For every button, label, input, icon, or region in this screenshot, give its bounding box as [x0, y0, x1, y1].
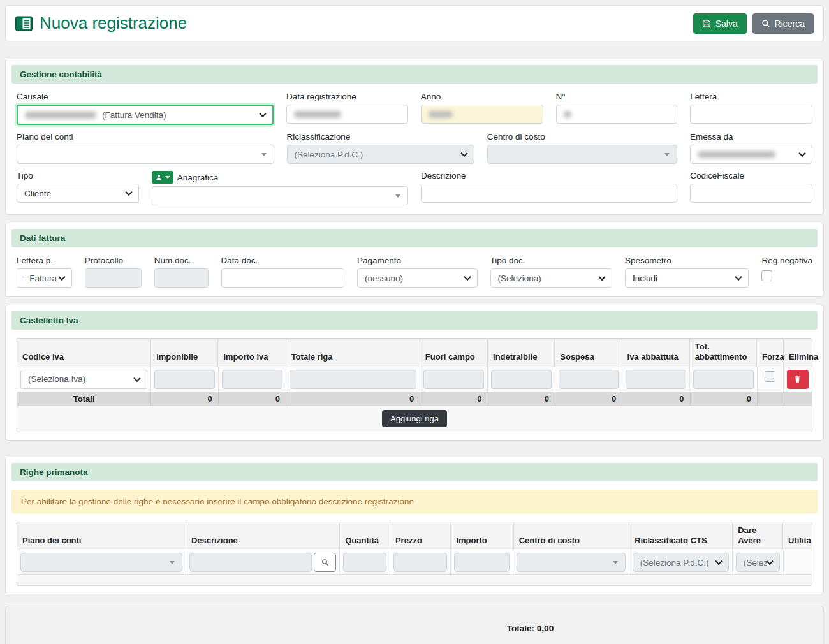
numdoc-label: Num.doc. — [154, 256, 209, 265]
page-title: Nuova registrazione — [40, 13, 187, 33]
regnegativa-label: Reg.negativa — [761, 256, 812, 265]
righe-search-button[interactable] — [314, 553, 336, 572]
journal-icon — [15, 16, 33, 31]
delete-row-button[interactable] — [787, 370, 809, 389]
total-tot-abbattimento: 0 — [691, 392, 758, 406]
righe-importo-input — [454, 553, 510, 572]
person-icon — [155, 173, 163, 181]
tipodoc-select[interactable]: (Seleziona) — [490, 268, 612, 288]
chevron-down-icon — [735, 274, 742, 281]
dropdown-caret-icon — [664, 153, 670, 156]
col-piano-dei-conti: Piano dei conti — [17, 522, 186, 551]
codicefiscale-input[interactable] — [690, 184, 812, 203]
data-registrazione-input[interactable] — [286, 105, 408, 124]
col-riclassificato-cts: Riclassificato CTS — [629, 522, 733, 551]
field-centro-di-costo: Centro di costo — [487, 132, 677, 164]
riclassificazione-select[interactable]: (Seleziona P.d.C.) — [287, 145, 474, 164]
col-forza: Forza — [757, 339, 784, 367]
col-centro-di-costo: Centro di costo — [514, 522, 630, 551]
save-button[interactable]: Salva — [693, 13, 747, 34]
righe-dare-avere-select[interactable]: (Seleziona) — [736, 553, 780, 572]
anagrafica-label: Anagrafica — [177, 173, 219, 182]
riclassificazione-label: Riclassificazione — [287, 132, 474, 142]
forza-checkbox[interactable] — [765, 371, 775, 382]
castelletto-table: Codice iva Imponibile Importo iva Totale… — [17, 338, 812, 432]
righe-descrizione-input — [189, 553, 312, 572]
spesometro-select[interactable]: Includi — [625, 268, 749, 288]
anagrafica-menu-button[interactable] — [152, 171, 173, 184]
anagrafica-select[interactable] — [152, 186, 408, 205]
chevron-down-icon — [134, 374, 141, 381]
chevron-down-icon — [58, 274, 65, 281]
field-piano-dei-conti: Piano dei conti — [17, 132, 274, 164]
righe-riclassificato-select[interactable]: (Seleziona P.d.C.) — [633, 553, 729, 572]
fuori-campo-input — [423, 370, 484, 389]
field-numero: N° — [556, 92, 678, 125]
field-anagrafica: Anagrafica — [152, 171, 408, 205]
pagamento-select[interactable]: (nessuno) — [357, 268, 478, 288]
col-imponibile: Imponibile — [151, 339, 218, 367]
total-forza-empty — [758, 392, 784, 406]
descrizione-input[interactable] — [421, 184, 677, 203]
col-fuori-campo: Fuori campo — [420, 339, 488, 367]
total-sospesa: 0 — [555, 392, 622, 406]
field-tipo: Tipo Cliente — [17, 171, 139, 205]
chevron-down-icon — [125, 189, 132, 196]
toolbar: Salva Ricerca — [693, 13, 814, 34]
righe-quantita-input — [343, 553, 386, 572]
section-title-dati-fattura: Dati fattura — [11, 229, 818, 247]
col-utilita: Utilità — [783, 522, 812, 551]
field-descrizione: Descrizione — [421, 171, 677, 205]
col-dare-avere: Dare Avere — [733, 522, 783, 551]
castelletto-input-row: (Seleziona Iva) — [17, 367, 812, 392]
chevron-down-icon — [259, 110, 266, 117]
field-causale: Causale (Fattura Vendita) — [17, 92, 274, 125]
col-importo: Importo — [451, 522, 513, 551]
search-button[interactable]: Ricerca — [752, 13, 814, 34]
totale-value: Totale: 0,00 — [6, 624, 554, 633]
numero-label: N° — [556, 92, 678, 101]
total-imponibile: 0 — [151, 392, 218, 406]
lettera-p-select[interactable]: - Fattura — [17, 268, 72, 288]
col-prezzo: Prezzo — [390, 522, 451, 551]
redacted-value — [25, 112, 96, 119]
totale-panel: Totale: 0,00 — [5, 606, 824, 644]
piano-dei-conti-select[interactable] — [17, 145, 274, 164]
codice-iva-select[interactable]: (Seleziona Iva) — [20, 370, 147, 389]
col-quantita: Quantità — [340, 522, 390, 551]
lettera-p-label: Lettera p. — [17, 256, 72, 265]
emessa-da-label: Emessa da — [690, 132, 812, 142]
field-codicefiscale: CodiceFiscale — [690, 171, 812, 205]
save-button-label: Salva — [715, 18, 738, 29]
codice-iva-value: (Seleziona Iva) — [28, 374, 85, 384]
numero-input[interactable] — [556, 105, 678, 124]
total-totale-riga: 0 — [286, 392, 420, 406]
regnegativa-checkbox[interactable] — [761, 270, 772, 281]
totals-label: Totali — [17, 392, 151, 406]
emessa-da-select[interactable] — [690, 145, 812, 164]
tipodoc-label: Tipo doc. — [490, 256, 612, 265]
add-row-button[interactable]: Aggiungi riga — [382, 410, 447, 427]
centro-di-costo-select — [487, 145, 677, 164]
chevron-down-icon — [598, 274, 605, 281]
anno-input[interactable] — [421, 105, 543, 124]
redacted-value — [429, 111, 453, 118]
col-codice-iva: Codice iva — [17, 339, 151, 367]
tipo-select[interactable]: Cliente — [17, 184, 139, 203]
pagamento-value: (nessuno) — [365, 274, 403, 283]
protocollo-input — [85, 268, 142, 288]
protocollo-label: Protocollo — [85, 256, 142, 265]
page-title-wrap: Nuova registrazione — [15, 13, 187, 33]
causale-select[interactable]: (Fattura Vendita) — [17, 105, 274, 125]
section-title-castelletto: Castelletto Iva — [11, 311, 818, 330]
dropdown-caret-icon — [261, 153, 267, 156]
numdoc-input — [154, 268, 209, 288]
field-protocollo: Protocollo — [85, 256, 142, 288]
datadoc-label: Data doc. — [221, 256, 344, 265]
lettera-input[interactable] — [690, 105, 812, 124]
righe-header-row: Piano dei conti Descrizione Quantità Pre… — [17, 522, 812, 551]
section-dati-fattura: Dati fattura Lettera p. - Fattura Protoc… — [5, 223, 824, 297]
righe-prezzo-input — [393, 553, 447, 572]
datadoc-input[interactable] — [221, 268, 344, 288]
righe-utilita-cell — [784, 550, 812, 574]
